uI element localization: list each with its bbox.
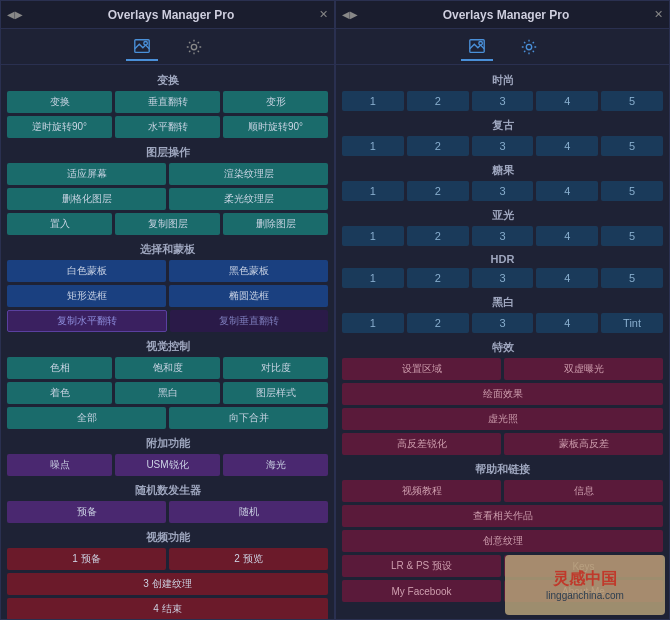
btn-end[interactable]: 4 结束 bbox=[7, 598, 328, 619]
left-arrows-icon[interactable]: ◀▶ bbox=[7, 9, 23, 20]
matte-3[interactable]: 3 bbox=[472, 226, 534, 246]
matte-1[interactable]: 1 bbox=[342, 226, 404, 246]
hdr-1[interactable]: 1 bbox=[342, 268, 404, 288]
btn-fit-screen[interactable]: 适应屏幕 bbox=[7, 163, 166, 185]
matte-4[interactable]: 4 bbox=[536, 226, 598, 246]
btn-rotate-cw[interactable]: 顺时旋转90° bbox=[223, 116, 328, 138]
right-tab-settings[interactable] bbox=[513, 33, 545, 61]
hdr-3[interactable]: 3 bbox=[472, 268, 534, 288]
btn-place[interactable]: 置入 bbox=[7, 213, 112, 235]
btn-ellipse-select[interactable]: 椭圆选框 bbox=[169, 285, 328, 307]
btn-video-preview[interactable]: 2 预览 bbox=[169, 548, 328, 570]
btn-lr-ps-presets[interactable]: LR & PS 预设 bbox=[342, 555, 501, 577]
retro-1[interactable]: 1 bbox=[342, 136, 404, 156]
btn-vignette[interactable]: 虚光照 bbox=[342, 408, 663, 430]
btn-keys[interactable]: Keys bbox=[504, 555, 663, 577]
retro-2[interactable]: 2 bbox=[407, 136, 469, 156]
transform-row-1: 变换 垂直翻转 变形 bbox=[7, 91, 328, 113]
candy-2[interactable]: 2 bbox=[407, 181, 469, 201]
btn-transform[interactable]: 变换 bbox=[7, 91, 112, 113]
bw-1[interactable]: 1 bbox=[342, 313, 404, 333]
btn-delete-layer[interactable]: 删除图层 bbox=[223, 213, 328, 235]
btn-duplicate-layer[interactable]: 复制图层 bbox=[115, 213, 220, 235]
btn-haiguang[interactable]: 海光 bbox=[223, 454, 328, 476]
bw-3[interactable]: 3 bbox=[472, 313, 534, 333]
btn-random[interactable]: 随机 bbox=[169, 501, 328, 523]
btn-colorize[interactable]: 着色 bbox=[7, 382, 112, 404]
btn-saturation[interactable]: 饱和度 bbox=[115, 357, 220, 379]
btn-copy-vflip[interactable]: 复制垂直翻转 bbox=[170, 310, 328, 332]
bw-2[interactable]: 2 bbox=[407, 313, 469, 333]
left-tab-image[interactable] bbox=[126, 33, 158, 61]
btn-create-texture[interactable]: 3 创建纹理 bbox=[7, 573, 328, 595]
fashion-5[interactable]: 5 bbox=[601, 91, 663, 111]
btn-soft-light[interactable]: 柔光纹理层 bbox=[169, 188, 328, 210]
right-arrows-icon[interactable]: ◀▶ bbox=[342, 9, 358, 20]
video-row-3: 4 结束 bbox=[7, 598, 328, 619]
btn-horizontal-flip[interactable]: 水平翻转 bbox=[115, 116, 220, 138]
btn-rotate-ccw[interactable]: 逆时旋转90° bbox=[7, 116, 112, 138]
btn-prepare[interactable]: 预备 bbox=[7, 501, 166, 523]
btn-white-mask[interactable]: 白色蒙板 bbox=[7, 260, 166, 282]
btn-merge-down[interactable]: 向下合并 bbox=[169, 407, 328, 429]
btn-set-area[interactable]: 设置区域 bbox=[342, 358, 501, 380]
btn-double-exposure[interactable]: 双虚曝光 bbox=[504, 358, 663, 380]
hdr-4[interactable]: 4 bbox=[536, 268, 598, 288]
hdr-5[interactable]: 5 bbox=[601, 268, 663, 288]
retro-3[interactable]: 3 bbox=[472, 136, 534, 156]
section-matte-header: 亚光 bbox=[342, 204, 663, 226]
btn-video-prepare[interactable]: 1 预备 bbox=[7, 548, 166, 570]
btn-noise[interactable]: 噪点 bbox=[7, 454, 112, 476]
candy-4[interactable]: 4 bbox=[536, 181, 598, 201]
section-candy-header: 糖果 bbox=[342, 159, 663, 181]
selection-row-1: 白色蒙板 黑色蒙板 bbox=[7, 260, 328, 282]
btn-related-works[interactable]: 查看相关作品 bbox=[342, 505, 663, 527]
btn-all[interactable]: 全部 bbox=[7, 407, 166, 429]
btn-usm[interactable]: USM锐化 bbox=[115, 454, 220, 476]
fashion-2[interactable]: 2 bbox=[407, 91, 469, 111]
fashion-1[interactable]: 1 bbox=[342, 91, 404, 111]
bw-tint[interactable]: Tint bbox=[601, 313, 663, 333]
btn-copy-hflip[interactable]: 复制水平翻转 bbox=[7, 310, 167, 332]
btn-about-me[interactable]: About Me bbox=[504, 580, 663, 602]
btn-black-mask[interactable]: 黑色蒙板 bbox=[169, 260, 328, 282]
hdr-numbers: 1 2 3 4 5 bbox=[342, 268, 663, 288]
btn-info[interactable]: 信息 bbox=[504, 480, 663, 502]
btn-creative-texture[interactable]: 创意纹理 bbox=[342, 530, 663, 552]
btn-video-tutorial[interactable]: 视频教程 bbox=[342, 480, 501, 502]
matte-5[interactable]: 5 bbox=[601, 226, 663, 246]
btn-rasterize[interactable]: 删格化图层 bbox=[7, 188, 166, 210]
fashion-4[interactable]: 4 bbox=[536, 91, 598, 111]
visual-row-2: 着色 黑白 图层样式 bbox=[7, 382, 328, 404]
candy-5[interactable]: 5 bbox=[601, 181, 663, 201]
btn-facebook[interactable]: My Facebook bbox=[342, 580, 501, 602]
right-close-icon[interactable]: ✕ bbox=[654, 8, 663, 21]
btn-vertical-flip[interactable]: 垂直翻转 bbox=[115, 91, 220, 113]
left-panel-content: 变换 变换 垂直翻转 变形 逆时旋转90° 水平翻转 顺时旋转90° 图层操作 … bbox=[1, 65, 334, 619]
right-tab-image[interactable] bbox=[461, 33, 493, 61]
btn-contrast[interactable]: 对比度 bbox=[223, 357, 328, 379]
btn-deform[interactable]: 变形 bbox=[223, 91, 328, 113]
left-close-icon[interactable]: ✕ bbox=[319, 8, 328, 21]
btn-rect-select[interactable]: 矩形选框 bbox=[7, 285, 166, 307]
candy-numbers: 1 2 3 4 5 bbox=[342, 181, 663, 201]
btn-paint-effect[interactable]: 绘面效果 bbox=[342, 383, 663, 405]
candy-1[interactable]: 1 bbox=[342, 181, 404, 201]
right-panel-header: ◀▶ Overlays Manager Pro ✕ bbox=[336, 1, 669, 29]
btn-high-pass-sharpen[interactable]: 高反差锐化 bbox=[342, 433, 501, 455]
retro-5[interactable]: 5 bbox=[601, 136, 663, 156]
left-tab-settings[interactable] bbox=[178, 33, 210, 61]
btn-render-texture[interactable]: 渲染纹理层 bbox=[169, 163, 328, 185]
fashion-3[interactable]: 3 bbox=[472, 91, 534, 111]
btn-bw[interactable]: 黑白 bbox=[115, 382, 220, 404]
matte-2[interactable]: 2 bbox=[407, 226, 469, 246]
hdr-2[interactable]: 2 bbox=[407, 268, 469, 288]
btn-layer-style[interactable]: 图层样式 bbox=[223, 382, 328, 404]
bw-4[interactable]: 4 bbox=[536, 313, 598, 333]
retro-4[interactable]: 4 bbox=[536, 136, 598, 156]
left-panel-header: ◀▶ Overlays Manager Pro ✕ bbox=[1, 1, 334, 29]
visual-row-1: 色相 饱和度 对比度 bbox=[7, 357, 328, 379]
btn-hue[interactable]: 色相 bbox=[7, 357, 112, 379]
btn-mask-highpass[interactable]: 蒙板高反差 bbox=[504, 433, 663, 455]
candy-3[interactable]: 3 bbox=[472, 181, 534, 201]
